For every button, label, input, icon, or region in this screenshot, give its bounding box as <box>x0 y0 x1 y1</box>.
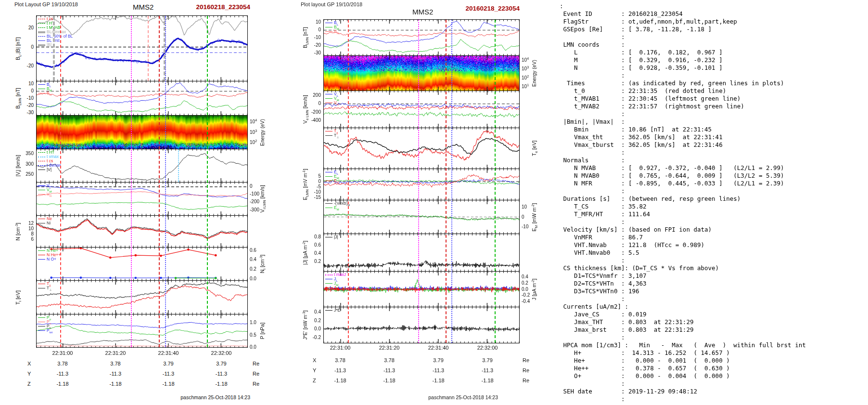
event-line <box>131 16 132 347</box>
ytick-label: 0 <box>522 215 524 220</box>
ytick-label: 0.4 <box>522 274 528 279</box>
ytick-label: -0.2 <box>313 335 321 340</box>
ytick-label: -5 <box>317 184 321 189</box>
ytick-label: -10 <box>314 190 321 195</box>
footer-unit: Re <box>523 367 529 373</box>
time-tick-label: 22:31:20 <box>379 345 400 351</box>
elmn-svg <box>324 169 519 200</box>
ytick-label: 0 <box>318 101 321 106</box>
jmag-svg <box>324 234 519 271</box>
footer-value: -11.3 <box>433 367 444 373</box>
panel-e-spec <box>323 55 520 91</box>
footer-unit: Re <box>523 378 529 383</box>
ytick-label: 0.0 <box>522 287 528 292</box>
footer-value: -1.18 <box>482 378 494 383</box>
ytick-label: -15 <box>314 195 321 200</box>
footer-value: -1.18 <box>334 378 346 383</box>
footer-value: 3.79 <box>482 357 492 363</box>
event-line <box>148 16 149 81</box>
ytick-label: 0.2 <box>522 281 528 286</box>
ytick-label: 10 <box>316 20 321 25</box>
time-tick-label: 22:32:00 <box>477 345 498 351</box>
event-line <box>178 149 179 182</box>
info-panel-text: : Event ID : 20160218_223054 FlagStr : o… <box>560 2 806 403</box>
ytick-label: -30 <box>314 51 321 55</box>
jlmn-svg <box>324 272 519 307</box>
panel-ve <box>323 91 520 128</box>
mid-plot-area: BLBMBN100-10-20-30BLMN [nT]104103102101E… <box>323 19 520 343</box>
footer-value: -11.3 <box>383 367 395 373</box>
ytick-label: 0.6 <box>314 243 321 248</box>
panel-te <box>323 128 520 169</box>
footer-row-label-x: X <box>313 357 316 363</box>
ytick-label: 0.8 <box>314 235 321 239</box>
blmn-m-svg <box>324 20 519 55</box>
footer-unit: Re <box>523 357 529 363</box>
ytick-label: -20 <box>314 43 321 48</box>
mid-plot-credit: paschmann 25-Oct-2018 14:23 <box>428 394 498 400</box>
ytick-label: 0 <box>318 179 321 184</box>
panel-blmn-m <box>323 19 520 56</box>
screen: Plot Layout GP 19/10/2018 MMS2 20160218_… <box>0 0 868 405</box>
ytick-label: 0 <box>318 27 321 32</box>
ylabel-ve: Ve LMN [km/s] <box>302 95 308 124</box>
ytick-label: 102 <box>522 76 529 80</box>
event-line <box>60 16 61 347</box>
event-line <box>446 20 447 343</box>
mid-plot-header: Plot layout GP 19/10/2018 <box>301 1 362 7</box>
panel-jmag <box>323 234 520 272</box>
footer-value: 3.78 <box>384 357 394 363</box>
ytick-label: 101 <box>522 84 529 89</box>
ytick-label: -0.2 <box>522 293 530 298</box>
ytick-label: -400 <box>311 118 321 123</box>
ytick-label: -200 <box>311 110 321 115</box>
footer-value: 3.78 <box>335 357 345 363</box>
ylabel-te: Te [eV] <box>531 141 537 156</box>
ytick-label: 10 <box>522 205 527 209</box>
ylabel-jdote: J*E' [nW m-3] <box>302 310 308 340</box>
ve-svg <box>324 91 519 128</box>
ytick-label: 0.2 <box>314 318 321 323</box>
footer-value: -1.18 <box>383 378 396 383</box>
footer-row-label-z: Z <box>313 378 316 383</box>
ytick-label: 5 <box>318 174 321 179</box>
te-svg <box>324 128 519 169</box>
ytick-label: 0.0 <box>314 327 321 331</box>
mid-plot-title: MMS2 <box>412 8 433 16</box>
ytick-label: 200 <box>313 93 321 98</box>
ytick-label: -0.4 <box>522 299 530 304</box>
footer-value: -1.18 <box>433 378 445 383</box>
ylabel-blmn-m: BLMN [nT] <box>302 27 308 48</box>
event-line <box>165 16 166 347</box>
event-line <box>207 16 208 347</box>
ytick-label: 0.4 <box>314 251 321 256</box>
ylabel-elmn: ELMN [mV m-1] <box>302 169 308 200</box>
jdote-svg <box>324 307 519 343</box>
ytick-label: 0.4 <box>314 310 321 314</box>
ylabel-jlmn: J [μA m-2] <box>531 278 537 300</box>
ylabel-e-spec: Energy (eV) <box>531 60 537 87</box>
footer-value: -11.3 <box>334 367 346 373</box>
footer-value: -11.3 <box>482 367 493 373</box>
event-line <box>159 16 160 347</box>
event-line <box>53 16 55 81</box>
event-line <box>451 20 452 343</box>
ytick-label: 104 <box>522 58 529 63</box>
event-line <box>418 20 419 343</box>
ytick-label: 0.2 <box>314 259 321 264</box>
time-tick-label: 22:31:40 <box>428 345 449 351</box>
ytick-label: -10 <box>314 35 321 40</box>
panel-jlmn <box>323 271 520 307</box>
panel-jdote <box>323 307 520 343</box>
ylabel-jmag: |J| [μA m-2] <box>302 240 308 264</box>
ytick-label: -10 <box>522 224 528 229</box>
ytick-label: 103 <box>522 66 529 71</box>
panel-vexb <box>323 200 520 234</box>
event-line <box>348 20 349 343</box>
e-spec-ticks <box>324 56 519 91</box>
event-line <box>495 20 496 343</box>
mid-plot-event-id: 20160218_223054 <box>465 5 520 12</box>
vexb-svg <box>324 200 519 234</box>
footer-row-label-y: Y <box>313 367 316 373</box>
footer-value: 3.79 <box>433 357 443 363</box>
